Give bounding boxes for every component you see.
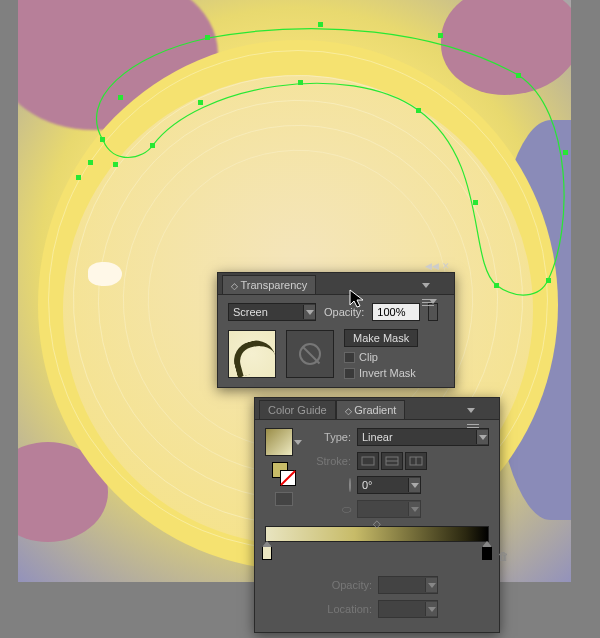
type-label: Type: <box>311 431 351 443</box>
mask-thumbnail[interactable] <box>286 330 334 378</box>
panel-tabbar: Color Guide ◇ Gradient <box>255 398 499 420</box>
reverse-gradient-icon[interactable] <box>275 492 293 506</box>
tab-transparency[interactable]: ◇ Transparency <box>222 275 316 294</box>
transparency-thumbnail[interactable] <box>228 330 276 378</box>
panel-collapse-icon[interactable]: ◀◀ ✕ <box>425 261 450 271</box>
gradient-midpoint-icon[interactable]: ◇ <box>373 518 381 529</box>
panel-menu-icon[interactable] <box>422 278 434 288</box>
stroke-across-button[interactable] <box>405 452 427 470</box>
chevron-down-icon <box>408 478 420 492</box>
fill-stroke-swatch[interactable] <box>272 462 296 486</box>
white-blob <box>88 262 122 286</box>
gradient-type-dropdown[interactable]: Linear <box>357 428 489 446</box>
blend-mode-value: Screen <box>233 306 303 318</box>
aspect-icon: ⬭ <box>311 503 351 516</box>
gradient-panel[interactable]: Color Guide ◇ Gradient Type: <box>254 397 500 633</box>
svg-rect-3 <box>318 22 323 27</box>
stroke-label: Stroke: <box>311 455 351 467</box>
gradient-preset-dropdown[interactable] <box>293 428 303 456</box>
invert-mask-checkbox[interactable] <box>344 368 355 379</box>
angle-icon <box>349 478 351 492</box>
no-mask-icon <box>299 343 321 365</box>
gradient-stop-right[interactable] <box>482 546 492 560</box>
transparency-panel[interactable]: ◀◀ ✕ ◇ Transparency Screen Opacity: Make… <box>217 272 455 388</box>
stop-opacity-label: Opacity: <box>316 579 372 591</box>
opacity-label: Opacity: <box>324 306 364 318</box>
blend-mode-dropdown[interactable]: Screen <box>228 303 316 321</box>
stop-location-label: Location: <box>316 603 372 615</box>
aspect-ratio-input <box>357 500 421 518</box>
gradient-preview-swatch[interactable] <box>265 428 293 456</box>
stroke-within-button[interactable] <box>357 452 379 470</box>
tab-gradient[interactable]: ◇ Gradient <box>336 400 406 419</box>
chevron-down-icon <box>303 305 315 319</box>
panel-menu-icon[interactable] <box>467 403 479 413</box>
angle-icon-wrap <box>311 479 351 491</box>
stop-location-input[interactable] <box>378 600 438 618</box>
stop-opacity-input[interactable] <box>378 576 438 594</box>
make-mask-button[interactable]: Make Mask <box>344 329 418 347</box>
clip-checkbox[interactable] <box>344 352 355 363</box>
clip-label: Clip <box>359 351 378 363</box>
tab-color-guide[interactable]: Color Guide <box>259 400 336 419</box>
delete-stop-icon[interactable]: 🗑 <box>498 550 509 562</box>
gradient-ramp[interactable]: ◇ 🗑 <box>265 526 489 566</box>
chevron-down-icon <box>476 430 488 444</box>
invert-mask-label: Invert Mask <box>359 367 416 379</box>
bg-shape <box>441 0 571 95</box>
svg-rect-17 <box>362 457 374 465</box>
opacity-input[interactable] <box>372 303 420 321</box>
tab-label: Transparency <box>241 279 308 291</box>
type-value: Linear <box>362 431 476 443</box>
stroke-along-button[interactable] <box>381 452 403 470</box>
angle-value: 0° <box>362 479 408 491</box>
angle-input[interactable]: 0° <box>357 476 421 494</box>
panel-tabbar: ◇ Transparency <box>218 273 454 295</box>
stroke-swatch[interactable] <box>280 470 296 486</box>
tab-label: Gradient <box>354 404 396 416</box>
gradient-stop-left[interactable] <box>262 546 272 560</box>
